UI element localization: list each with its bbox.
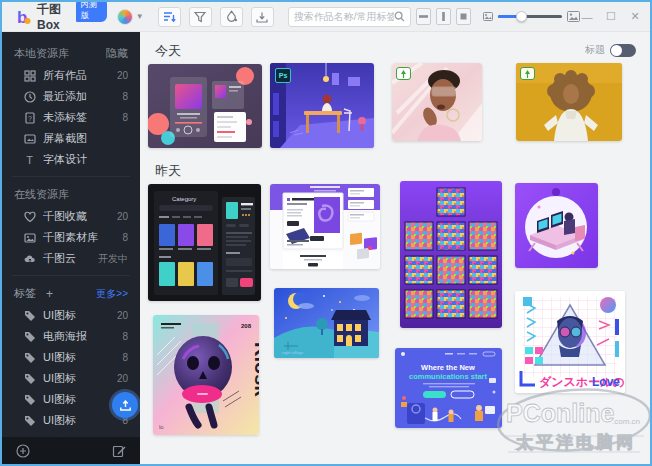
view-grid-button[interactable] — [456, 8, 471, 25]
item-count: 20 — [117, 310, 128, 321]
item-label: UI图标 — [43, 308, 76, 323]
sidebar-item-font-design[interactable]: T 字体设计 — [2, 149, 140, 170]
sort-icon — [163, 10, 176, 23]
sidebar-item-qiantu-favorites[interactable]: 千图收藏 20 — [2, 206, 140, 227]
ink-button[interactable] — [220, 7, 243, 27]
sidebar-item-all-works[interactable]: 所有作品 20 — [2, 65, 140, 86]
app-title: 千图Box — [37, 1, 78, 32]
item-count: 开发中 — [98, 252, 128, 266]
slider-track[interactable] — [498, 15, 562, 18]
vaporwave-text-en: Love — [592, 375, 620, 389]
item-label: 未添标签 — [43, 110, 87, 125]
item-label: 千图收藏 — [43, 209, 87, 224]
grid-icon — [24, 70, 36, 82]
view-list-vertical-button[interactable] — [436, 8, 451, 25]
upload-button[interactable] — [112, 392, 138, 418]
appui-title-text: Category — [172, 196, 196, 202]
tag-icon — [24, 394, 36, 406]
search-box[interactable] — [288, 7, 411, 27]
tag-item[interactable]: 电商海报 8 — [2, 326, 140, 347]
item-count: 20 — [117, 373, 128, 384]
plant-icon — [400, 70, 407, 78]
svg-text:208: 208 — [241, 323, 252, 329]
tag-item[interactable]: UI图标 20 — [2, 368, 140, 389]
add-circle-icon[interactable] — [16, 444, 30, 458]
app-window: b 千图Box 内测版 ▼ — [0, 0, 652, 466]
item-label: 千图云 — [43, 251, 76, 266]
format-badge — [520, 67, 535, 80]
clock-icon — [24, 91, 36, 103]
search-input[interactable] — [294, 11, 394, 22]
slider-thumb[interactable] — [516, 11, 527, 22]
list-vertical-icon — [439, 12, 448, 21]
sidebar-item-recent[interactable]: 最近添加 8 — [2, 86, 140, 107]
card-portrait-photo-yellow[interactable] — [516, 63, 622, 141]
titlebar: b 千图Box 内测版 ▼ — [2, 2, 650, 32]
svg-text:太平洋电脑网: 太平洋电脑网 — [515, 432, 636, 452]
svg-text:?: ? — [28, 114, 32, 121]
sort-button[interactable] — [158, 7, 181, 27]
svg-text:night village: night village — [282, 350, 304, 355]
sidebar-bottom-bar — [2, 437, 140, 464]
format-badge — [396, 67, 411, 80]
download-button[interactable] — [251, 7, 274, 27]
card-portrait-photo-pink[interactable] — [392, 63, 482, 141]
card-night-house-illustration[interactable]: night village — [274, 288, 379, 358]
screenshot-icon — [24, 133, 36, 145]
section-header-yesterday: 昨天 — [155, 162, 181, 180]
title-toggle[interactable]: 标题 — [585, 43, 636, 57]
card-isometric-workspace[interactable] — [515, 183, 598, 268]
sidebar-item-qiantu-cloud[interactable]: 千图云 开发中 — [2, 248, 140, 269]
tag-item[interactable]: UI图标 20 — [2, 305, 140, 326]
card-mosaic-poster[interactable] — [400, 181, 502, 328]
card-dark-app-ui[interactable]: Category — [148, 184, 261, 301]
card-night-office-illustration[interactable]: Ps — [270, 63, 374, 148]
list-horizontal-icon — [419, 12, 428, 21]
card-music-player-ui[interactable] — [148, 64, 262, 148]
tag-icon — [24, 415, 36, 427]
card-vaporwave-poster[interactable]: ダンスホールの Love — [515, 291, 625, 393]
sidebar-item-screenshots[interactable]: 屏幕截图 — [2, 128, 140, 149]
maximize-button[interactable]: ☐ — [604, 10, 618, 23]
user-menu[interactable]: ▼ — [117, 9, 144, 25]
ink-icon — [225, 10, 238, 23]
item-label: 千图素材库 — [43, 230, 98, 245]
comms-heading-line2: communications start — [409, 372, 487, 381]
font-icon: T — [24, 154, 36, 166]
svg-text:lo: lo — [159, 424, 164, 430]
online-library-header: 在线资源库 — [14, 187, 69, 202]
cloud-icon — [24, 253, 36, 265]
tag-item[interactable]: UI图标 8 — [2, 347, 140, 368]
edit-note-icon[interactable] — [112, 444, 126, 458]
filter-button[interactable] — [189, 7, 212, 27]
version-badge: 内测版 — [76, 0, 107, 22]
item-label: 字体设计 — [43, 152, 87, 167]
card-communications-landing[interactable]: Where the New communications start — [395, 348, 502, 428]
item-label: 电商海报 — [43, 329, 87, 344]
card-skull-poster[interactable]: 208 Kiosk lo — [153, 315, 259, 435]
item-label: UI图标 — [43, 350, 76, 365]
thumbnail-zoom-slider[interactable] — [483, 11, 580, 22]
title-toggle-switch[interactable] — [610, 44, 636, 57]
item-count: 8 — [122, 91, 128, 102]
item-count: 20 — [117, 211, 128, 222]
avatar[interactable] — [117, 9, 133, 25]
item-count: 8 — [122, 112, 128, 123]
minimize-button[interactable]: — — [580, 11, 594, 23]
item-count: 8 — [122, 232, 128, 243]
more-tags-link[interactable]: 更多>> — [96, 287, 128, 301]
svg-text:T: T — [26, 154, 33, 166]
local-library-header: 本地资源库 — [14, 46, 69, 61]
add-tag-button[interactable]: + — [46, 287, 53, 301]
tag-icon — [24, 373, 36, 385]
section-header-today: 今天 — [155, 42, 181, 60]
comms-heading-line1: Where the New — [421, 363, 475, 372]
sidebar-item-untagged[interactable]: ? 未添标签 8 — [2, 107, 140, 128]
tag-icon — [24, 310, 36, 322]
sidebar-item-qiantu-assets[interactable]: 千图素材库 8 — [2, 227, 140, 248]
close-button[interactable]: ✕ — [628, 10, 642, 23]
view-list-horizontal-button[interactable] — [416, 8, 431, 25]
card-web-landing-mockup[interactable] — [270, 184, 380, 269]
download-icon — [256, 11, 268, 23]
hide-link[interactable]: 隐藏 — [106, 46, 128, 61]
